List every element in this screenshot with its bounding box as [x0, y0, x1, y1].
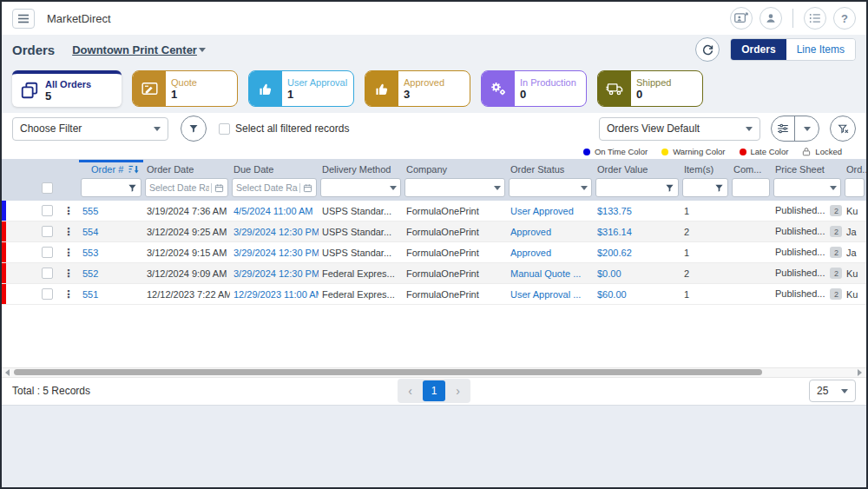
filter-due-date-input[interactable]	[236, 182, 298, 193]
view-select[interactable]: Orders View Default	[599, 117, 760, 141]
toggle-line-items-button[interactable]: Line Items	[786, 39, 855, 60]
header-select-all-checkbox[interactable]	[42, 182, 53, 194]
page-size-select[interactable]: 25	[809, 380, 856, 402]
order-number-link[interactable]: 555	[82, 206, 98, 216]
row-checkbox[interactable]	[42, 226, 53, 237]
price-sheet-badge[interactable]: 2	[830, 205, 842, 216]
order-number-link[interactable]: 552	[82, 268, 98, 279]
filter-order-value-input[interactable]	[600, 182, 665, 193]
row-checkbox[interactable]	[42, 205, 53, 216]
due-date-link[interactable]: 3/29/2024 12:30 PM	[233, 268, 319, 279]
view-settings-button[interactable]	[772, 116, 795, 141]
order-value-link[interactable]: $133.75	[597, 206, 632, 216]
table-row[interactable]: ⋮ 555 3/19/2024 7:36 AM 4/5/2024 11:00 A…	[2, 201, 866, 221]
scrollbar-thumb[interactable]	[14, 369, 762, 375]
card-user-approval[interactable]: User Approval 1	[248, 70, 354, 107]
column-header-due-date[interactable]: Due Date	[230, 160, 319, 177]
view-settings-dropdown-button[interactable]	[795, 116, 819, 141]
order-number-link[interactable]: 553	[82, 248, 98, 258]
order-status-link[interactable]: Approved	[510, 227, 551, 237]
filter-order-number-input[interactable]	[85, 182, 128, 193]
funnel-icon[interactable]	[714, 183, 724, 193]
funnel-icon[interactable]	[665, 183, 674, 193]
row-menu-icon[interactable]: ⋮	[63, 268, 74, 280]
row-checkbox[interactable]	[42, 288, 53, 300]
order-status-link[interactable]: Manual Quote ...	[510, 268, 581, 279]
column-header-order-number[interactable]: Order #	[79, 160, 143, 177]
select-all-checkbox[interactable]	[219, 123, 230, 135]
page-number-button[interactable]: 1	[423, 380, 445, 401]
help-button[interactable]: ?	[833, 7, 856, 30]
calendar-icon[interactable]	[211, 183, 224, 193]
table-row[interactable]: ⋮ 551 12/12/2023 7:22 AM 12/29/2023 11:0…	[2, 284, 866, 305]
table-row[interactable]: ⋮ 554 3/12/2024 9:25 AM 3/29/2024 12:30 …	[2, 221, 866, 242]
price-sheet-badge[interactable]: 2	[830, 226, 842, 237]
column-header-items[interactable]: Item(s)	[681, 160, 730, 177]
due-date-link[interactable]: 4/5/2024 11:00 AM	[233, 206, 313, 216]
table-row[interactable]: ⋮ 553 3/12/2024 9:15 AM 3/29/2024 12:30 …	[2, 242, 866, 263]
filter-price-sheet-select[interactable]	[773, 178, 841, 197]
column-header-price-sheet[interactable]: Price Sheet	[772, 160, 843, 177]
filter-order-status-select[interactable]	[509, 178, 592, 197]
order-status-link[interactable]: User Approved	[510, 206, 574, 216]
storefront-preview-button[interactable]	[730, 7, 753, 30]
price-sheet-badge[interactable]: 2	[830, 268, 842, 279]
row-menu-icon[interactable]: ⋮	[63, 288, 74, 301]
horizontal-scrollbar[interactable]	[2, 367, 866, 378]
row-menu-icon[interactable]: ⋮	[63, 247, 74, 259]
card-quote[interactable]: Quote 1	[132, 70, 238, 107]
refresh-button[interactable]	[695, 37, 720, 62]
card-label: In Production	[520, 77, 576, 88]
calendar-icon[interactable]	[299, 183, 312, 193]
scroll-left-button[interactable]	[2, 369, 12, 376]
column-header-order-status[interactable]: Order Status	[507, 160, 594, 177]
order-value-link[interactable]: $0.00	[597, 268, 621, 279]
hamburger-menu-button[interactable]	[12, 9, 35, 29]
user-account-button[interactable]	[760, 7, 782, 30]
filter-comments-input[interactable]	[736, 182, 766, 193]
funnel-icon[interactable]	[128, 183, 137, 193]
scroll-right-button[interactable]	[854, 369, 865, 376]
row-checkbox[interactable]	[42, 247, 53, 258]
row-menu-icon[interactable]: ⋮	[63, 205, 74, 217]
order-status-link[interactable]: Approved	[510, 248, 551, 258]
order-value-link[interactable]: $60.00	[597, 289, 627, 300]
column-header-delivery-method[interactable]: Delivery Method	[319, 160, 403, 177]
apply-filter-button[interactable]	[181, 116, 207, 142]
filter-order-date-input[interactable]	[149, 182, 209, 193]
card-all-orders[interactable]: All Orders 5	[12, 70, 122, 107]
card-in-production[interactable]: In Production 0	[481, 70, 587, 107]
order-number-link[interactable]: 554	[82, 227, 98, 237]
price-sheet-badge[interactable]: 2	[830, 288, 842, 300]
row-menu-icon[interactable]: ⋮	[63, 226, 74, 238]
column-header-comments[interactable]: Com...	[730, 160, 772, 177]
location-selector-link[interactable]: Downtown Print Center	[72, 43, 197, 56]
legend-on-time: On Time Color	[583, 147, 648, 156]
task-list-button[interactable]	[804, 7, 826, 30]
previous-page-button[interactable]: ‹	[399, 380, 421, 401]
column-header-order-value[interactable]: Order Value	[594, 160, 681, 177]
table-row[interactable]: ⋮ 552 3/12/2024 9:09 AM 3/29/2024 12:30 …	[2, 263, 866, 284]
order-status-link[interactable]: User Approval ...	[510, 289, 581, 300]
order-number-link[interactable]: 551	[82, 289, 98, 300]
price-sheet-badge[interactable]: 2	[830, 247, 842, 258]
due-date-link[interactable]: 3/29/2024 12:30 PM	[233, 227, 319, 237]
order-value-link[interactable]: $200.62	[597, 248, 632, 258]
toggle-orders-button[interactable]: Orders	[731, 39, 786, 60]
filter-items-input[interactable]	[687, 182, 714, 193]
filter-ordered-by-input[interactable]	[849, 182, 860, 193]
due-date-link[interactable]: 12/29/2023 11:00 AM	[233, 289, 319, 300]
filter-company-select[interactable]	[404, 178, 505, 197]
choose-filter-select[interactable]: Choose Filter	[12, 117, 168, 141]
row-checkbox[interactable]	[42, 268, 53, 279]
card-shipped[interactable]: Shipped 0	[597, 70, 703, 107]
column-header-company[interactable]: Company	[403, 160, 507, 177]
clear-filter-button[interactable]	[830, 116, 856, 142]
column-header-ordered-by[interactable]: Ord...	[843, 160, 866, 177]
order-value-link[interactable]: $316.14	[597, 227, 632, 237]
card-approved[interactable]: Approved 3	[365, 70, 470, 107]
column-header-order-date[interactable]: Order Date	[143, 160, 230, 177]
next-page-button[interactable]: ›	[447, 380, 469, 401]
filter-delivery-method-select[interactable]	[320, 178, 401, 197]
due-date-link[interactable]: 3/29/2024 12:30 PM	[233, 248, 319, 258]
